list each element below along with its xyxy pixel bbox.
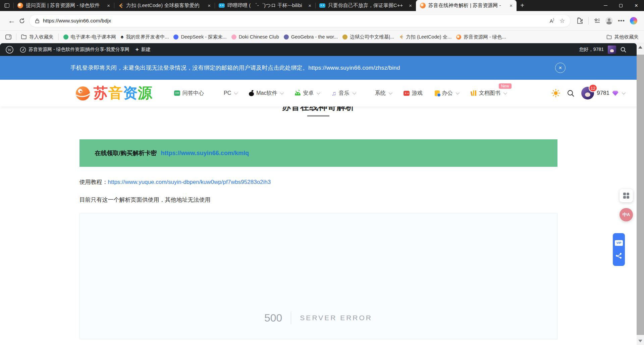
vip-badge-icon[interactable]: VIP [615,240,623,246]
suyin-logo-icon [74,84,92,102]
notice-link[interactable]: https://www.suyin66.com/zhsz/bind [308,65,400,71]
bookmark-item[interactable]: 力扣 (LeetCode) 全... [399,34,451,40]
nav-label: PC [224,90,231,96]
page-scrollbar[interactable] [637,43,644,345]
nav-label: 安卓 [303,90,314,97]
new-tab-button[interactable]: + [517,0,528,11]
minimize-button[interactable] [598,0,613,11]
bookmark-item[interactable]: DeepSeek - 探索未... [173,34,226,40]
url-text[interactable]: https://www.suyin66.com/bdjx [43,18,546,24]
tutorial-link[interactable]: https://www.yuque.com/suyin-dbpen/kuw0wp… [108,179,271,185]
bookmark-label: 其他收藏夹 [614,34,639,40]
favorite-star-icon[interactable]: ☆ [559,17,565,24]
site-search-icon[interactable] [567,89,575,97]
wordpress-logo-icon[interactable]: W [5,46,14,54]
suyin-favicon-icon [456,34,461,40]
title-divider [307,115,329,117]
scroll-down-arrow-icon[interactable] [638,340,642,342]
browser-tab-4[interactable]: 只要你自己不放弃，保证掌握C++ × [315,0,416,11]
bookmark-label: Doki Chinese Club [239,34,279,40]
nav-item-office[interactable]: 办公 [435,90,459,97]
nav-item-music[interactable]: ♫ 音乐 [331,90,355,97]
address-bar[interactable]: https://www.suyin66.com/bdjx A) ☆ [29,14,571,27]
user-avatar[interactable]: 12 [581,87,594,99]
other-favorites-button[interactable]: 其他收藏夹 [606,34,639,40]
browser-tab-3[interactable]: 哔哩哔哩 ( ゜-゜)つロ 干杯~-bilibi × [215,0,315,11]
import-favorites-button[interactable]: 导入收藏夹 [21,34,54,40]
promo-panel: 在线领取/购买解析卡密 https://www.suyin66.com/kmlq [79,139,557,167]
bookmark-label: 电子课本-电子课本网 [71,34,116,40]
browser-profile-icon[interactable] [605,17,613,24]
nav-item-games[interactable]: 游戏 [404,90,423,97]
bilibili-favicon-icon [319,3,325,8]
browser-toolbar: ← https://www.suyin66.com/bdjx A) ☆ ••• [0,11,644,31]
browser-tab-1[interactable]: 提问页面 | 苏音资源网 - 绿色软件 × [13,0,114,11]
bookmark-item[interactable]: GeoGebra - the wor... [284,34,338,40]
scrollbar-thumb[interactable] [637,55,644,335]
user-menu[interactable]: 12 9781 [581,87,625,99]
note-line: 目前只有这一个解析页面供使用，其他地址无法使用 [79,196,557,204]
suyin-favicon-icon [420,3,426,8]
translate-icon: 中A [623,212,630,218]
tab-title: 只要你自己不放弃，保证掌握C++ [328,2,405,9]
nav-item-qa[interactable]: 问答中心 [174,90,204,97]
widget-grid-button[interactable] [620,189,633,202]
scroll-up-arrow-icon[interactable] [638,46,642,49]
chevron-down-icon [622,91,626,94]
promo-link[interactable]: https://www.suyin66.com/kmlq [161,150,249,157]
copilot-icon[interactable] [630,17,637,24]
tab-close-icon[interactable]: × [408,3,413,8]
close-window-button[interactable]: × [629,0,644,11]
back-button[interactable]: ← [5,16,19,25]
share-icon[interactable] [616,253,622,259]
nav-item-system[interactable]: 系统 [367,90,391,97]
tab-close-icon[interactable]: × [106,3,111,8]
settings-menu-icon[interactable]: ••• [618,17,625,24]
logo-char: 源 [138,85,153,101]
refresh-button[interactable] [19,18,25,24]
site-logo[interactable]: 苏音资源 [74,83,153,103]
wp-greeting[interactable]: 您好，9781 [579,47,604,53]
geogebra-favicon-icon [284,34,289,40]
banner-close-button[interactable]: × [555,63,566,73]
favorites-hub-icon[interactable] [594,18,600,24]
browser-tab-2[interactable]: 力扣 (LeetCode) 全球极客挚爱的 × [114,0,215,11]
tab-title: 提问页面 | 苏音资源网 - 绿色软件 [26,2,103,9]
wp-site-menu[interactable]: 苏音资源网 - 绿色软件资源|插件分享-我爱分享网 [20,47,129,53]
wp-avatar[interactable] [608,46,616,54]
nav-item-android[interactable]: 安卓 [295,90,319,97]
bookmark-item[interactable]: ♠ 我的世界开发者中... [121,34,169,40]
bookmark-item[interactable]: 苏音资源网 - 绿色... [456,34,506,40]
nav-item-docs[interactable]: 文档图书 New [471,90,506,97]
tab-close-icon[interactable]: × [508,3,514,8]
chevron-down-icon [455,91,459,94]
books-icon [471,90,477,96]
chevron-down-icon [388,91,392,94]
bookmark-label: 力扣 (LeetCode) 全... [406,34,451,40]
nav-item-mac[interactable]: Mac软件 [249,90,283,97]
workspaces-icon[interactable] [0,0,13,11]
maximize-button[interactable] [613,0,629,11]
new-badge: New [499,83,512,89]
tab-close-icon[interactable]: × [207,3,212,8]
tab-strip: 提问页面 | 苏音资源网 - 绿色软件 × 力扣 (LeetCode) 全球极客… [0,0,644,11]
bookmark-item[interactable]: 边狱公司中文维基|... [342,34,394,40]
browser-tab-active[interactable]: 苏音在线神奇解析 | 苏音资源网 - × [416,0,517,11]
book-favicon-icon [63,34,68,40]
bilibili-favicon-icon [219,3,225,8]
notice-banner: 手机登录即将关闭，未避免出现无法登录情况，没有绑定的邮箱的用户请及时点击此处绑定… [0,56,637,80]
wp-new-button[interactable]: + 新建 [136,46,151,53]
bookmark-item[interactable]: 电子课本-电子课本网 [63,34,116,40]
extensions-puzzle-icon[interactable] [577,17,583,24]
theme-sun-icon[interactable] [551,89,560,97]
sidebar-panel-icon[interactable] [5,34,11,40]
read-aloud-icon[interactable]: A) [550,18,554,24]
bookmark-label: 导入收藏夹 [29,34,54,40]
toolbar-actions: ••• [575,17,639,24]
bookmark-item[interactable]: Doki Chinese Club [231,34,279,40]
wp-search-icon[interactable] [620,47,627,53]
tab-close-icon[interactable]: × [307,3,312,8]
nav-item-pc[interactable]: PC [216,90,237,96]
translate-button[interactable]: 中A [620,208,633,221]
leetcode-favicon-icon [118,3,123,8]
